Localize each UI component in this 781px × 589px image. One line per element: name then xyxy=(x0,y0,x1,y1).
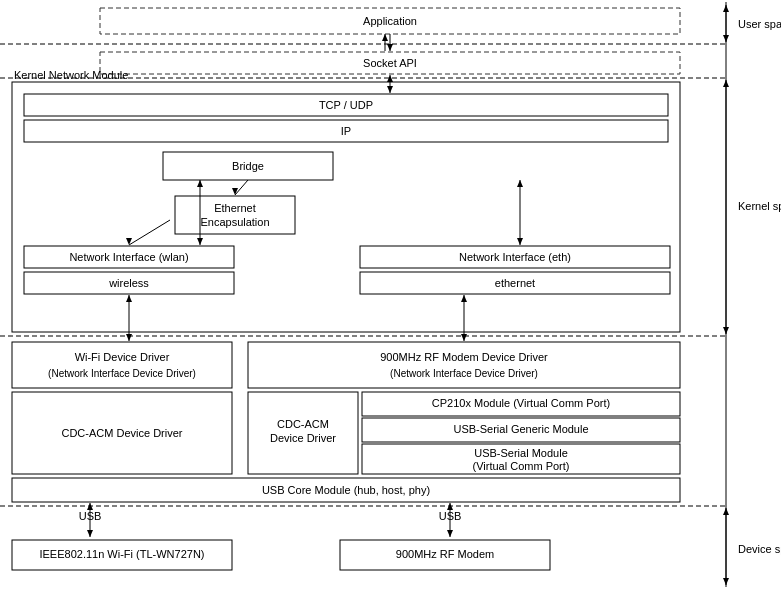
svg-marker-81 xyxy=(447,530,453,537)
svg-text:Kernel Network Module: Kernel Network Module xyxy=(14,69,128,81)
svg-text:Wi-Fi Device Driver: Wi-Fi Device Driver xyxy=(75,351,170,363)
svg-text:CP210x Module (Virtual Comm Po: CP210x Module (Virtual Comm Port) xyxy=(432,397,610,409)
svg-text:900MHz RF Modem Device Driver: 900MHz RF Modem Device Driver xyxy=(380,351,548,363)
svg-text:TCP / UDP: TCP / UDP xyxy=(319,99,373,111)
svg-text:900MHz RF Modem: 900MHz RF Modem xyxy=(396,548,494,560)
svg-text:CDC-ACM Device Driver: CDC-ACM Device Driver xyxy=(61,427,182,439)
svg-text:Device space: Device space xyxy=(738,543,781,555)
svg-marker-47 xyxy=(723,327,729,334)
svg-marker-90 xyxy=(461,334,467,341)
svg-text:Encapsulation: Encapsulation xyxy=(200,216,269,228)
svg-text:Ethernet: Ethernet xyxy=(214,202,256,214)
svg-text:Application: Application xyxy=(363,15,417,27)
svg-marker-46 xyxy=(723,80,729,87)
svg-marker-7 xyxy=(382,34,388,41)
svg-text:USB-Serial Module: USB-Serial Module xyxy=(474,447,568,459)
svg-marker-49 xyxy=(723,508,729,515)
svg-text:Bridge: Bridge xyxy=(232,160,264,172)
svg-marker-77 xyxy=(87,530,93,537)
svg-text:IEEE802.11n Wi-Fi (TL-WN727N): IEEE802.11n Wi-Fi (TL-WN727N) xyxy=(39,548,204,560)
diagram-svg: Application Socket API Kernel Network Mo… xyxy=(0,0,781,589)
svg-text:Network Interface (wlan): Network Interface (wlan) xyxy=(69,251,188,263)
svg-rect-57 xyxy=(248,342,680,388)
svg-text:CDC-ACM: CDC-ACM xyxy=(277,418,329,430)
svg-text:USB-Serial Generic Module: USB-Serial Generic Module xyxy=(453,423,588,435)
svg-marker-50 xyxy=(723,578,729,585)
svg-text:ethernet: ethernet xyxy=(495,277,535,289)
svg-text:(Network Interface Device Driv: (Network Interface Device Driver) xyxy=(390,368,538,379)
svg-text:USB Core Module (hub, host, ph: USB Core Module (hub, host, phy) xyxy=(262,484,430,496)
svg-marker-44 xyxy=(723,35,729,42)
svg-text:User space: User space xyxy=(738,18,781,30)
diagram: Application Socket API Kernel Network Mo… xyxy=(0,0,781,589)
svg-text:Network Interface (eth): Network Interface (eth) xyxy=(459,251,571,263)
svg-text:IP: IP xyxy=(341,125,351,137)
svg-marker-43 xyxy=(723,5,729,12)
svg-text:Socket API: Socket API xyxy=(363,57,417,69)
svg-text:Device Driver: Device Driver xyxy=(270,432,336,444)
svg-text:(Network Interface Device Driv: (Network Interface Device Driver) xyxy=(48,368,196,379)
svg-text:Kernel space: Kernel space xyxy=(738,200,781,212)
svg-marker-87 xyxy=(126,334,132,341)
svg-text:(Virtual Comm Port): (Virtual Comm Port) xyxy=(473,460,570,472)
svg-rect-54 xyxy=(12,342,232,388)
svg-text:wireless: wireless xyxy=(108,277,149,289)
svg-marker-5 xyxy=(387,44,393,51)
